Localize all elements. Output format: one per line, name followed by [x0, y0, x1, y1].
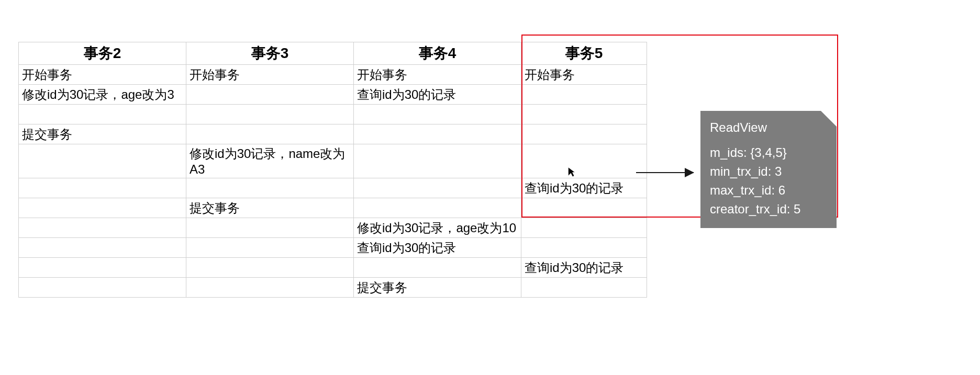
- table-cell: [521, 144, 647, 178]
- table-cell: 查询id为30的记录: [521, 178, 647, 198]
- note-min: min_trx_id: 3: [710, 162, 827, 181]
- header-tx5: 事务5: [521, 42, 647, 65]
- note-title: ReadView: [710, 118, 827, 137]
- table-cell: [354, 124, 521, 144]
- table-cell: 修改id为30记录，age改为3: [19, 85, 186, 105]
- table-row: 修改id为30记录，name改为A3: [19, 144, 647, 178]
- table-cell: [186, 238, 354, 258]
- note-mids: m_ids: {3,4,5}: [710, 143, 827, 162]
- table-cell: [521, 198, 647, 218]
- table-cell: [354, 258, 521, 278]
- table-cell: [354, 105, 521, 124]
- table-cell: 提交事务: [19, 124, 186, 144]
- table-cell: [521, 278, 647, 298]
- table-row: 查询id为30的记录: [19, 258, 647, 278]
- table-row: 提交事务: [19, 278, 647, 298]
- readview-note: ReadView m_ids: {3,4,5} min_trx_id: 3 ma…: [700, 111, 837, 228]
- table-cell: 查询id为30的记录: [521, 258, 647, 278]
- table-cell: [19, 238, 186, 258]
- table-cell: 提交事务: [354, 278, 521, 298]
- header-tx2: 事务2: [19, 42, 186, 65]
- table-cell: 开始事务: [354, 65, 521, 85]
- table-cell: [521, 218, 647, 238]
- table-cell: [19, 198, 186, 218]
- table-row: 提交事务: [19, 198, 647, 218]
- header-tx3: 事务3: [186, 42, 354, 65]
- table-cell: 修改id为30记录，name改为A3: [186, 144, 354, 178]
- table-cell: 开始事务: [186, 65, 354, 85]
- table-cell: [19, 258, 186, 278]
- table-cell: [354, 178, 521, 198]
- table-cell: 修改id为30记录，age改为10: [354, 218, 521, 238]
- table-cell: 提交事务: [186, 198, 354, 218]
- table-row: 修改id为30记录，age改为3查询id为30的记录: [19, 85, 647, 105]
- note-creator: creator_trx_id: 5: [710, 200, 827, 219]
- table-header-row: 事务2 事务3 事务4 事务5: [19, 42, 647, 65]
- table-cell: [521, 124, 647, 144]
- table-cell: [186, 178, 354, 198]
- table-cell: [521, 105, 647, 124]
- table-cell: [19, 178, 186, 198]
- transaction-table: 事务2 事务3 事务4 事务5 开始事务开始事务开始事务开始事务修改id为30记…: [18, 42, 647, 298]
- table-cell: [186, 124, 354, 144]
- header-tx4: 事务4: [354, 42, 521, 65]
- table-cell: [354, 144, 521, 178]
- table-row: 开始事务开始事务开始事务开始事务: [19, 65, 647, 85]
- table-cell: 查询id为30的记录: [354, 238, 521, 258]
- table-cell: [19, 105, 186, 124]
- table-cell: [521, 85, 647, 105]
- arrow-to-readview: [636, 172, 694, 173]
- table-cell: [186, 85, 354, 105]
- note-max: max_trx_id: 6: [710, 181, 827, 200]
- table-row: 查询id为30的记录: [19, 238, 647, 258]
- table-row: [19, 105, 647, 124]
- table-row: 提交事务: [19, 124, 647, 144]
- table-cell: [186, 105, 354, 124]
- table-cell: [19, 218, 186, 238]
- table-cell: [19, 144, 186, 178]
- table-row: 查询id为30的记录: [19, 178, 647, 198]
- table-cell: [19, 278, 186, 298]
- table-cell: [354, 198, 521, 218]
- table-cell: 查询id为30的记录: [354, 85, 521, 105]
- table-cell: [521, 238, 647, 258]
- table-cell: [186, 258, 354, 278]
- table-cell: [186, 278, 354, 298]
- table-cell: 开始事务: [19, 65, 186, 85]
- table-cell: [186, 218, 354, 238]
- table-row: 修改id为30记录，age改为10: [19, 218, 647, 238]
- table-cell: 开始事务: [521, 65, 647, 85]
